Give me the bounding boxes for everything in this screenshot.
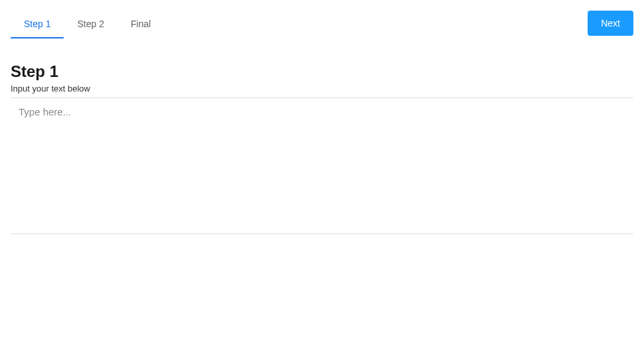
step-title: Step 1 bbox=[11, 62, 633, 81]
textarea-container bbox=[11, 98, 633, 234]
tab-final[interactable]: Final bbox=[117, 11, 164, 38]
tabs: Step 1 Step 2 Final bbox=[11, 11, 164, 38]
step-content: Step 1 Input your text below bbox=[11, 62, 633, 234]
next-button[interactable]: Next bbox=[588, 11, 633, 36]
tab-step-2[interactable]: Step 2 bbox=[64, 11, 117, 38]
header-row: Step 1 Step 2 Final Next bbox=[11, 11, 633, 38]
step-subtitle: Input your text below bbox=[11, 84, 633, 94]
tab-step-1[interactable]: Step 1 bbox=[11, 11, 64, 38]
text-input[interactable] bbox=[11, 105, 633, 224]
